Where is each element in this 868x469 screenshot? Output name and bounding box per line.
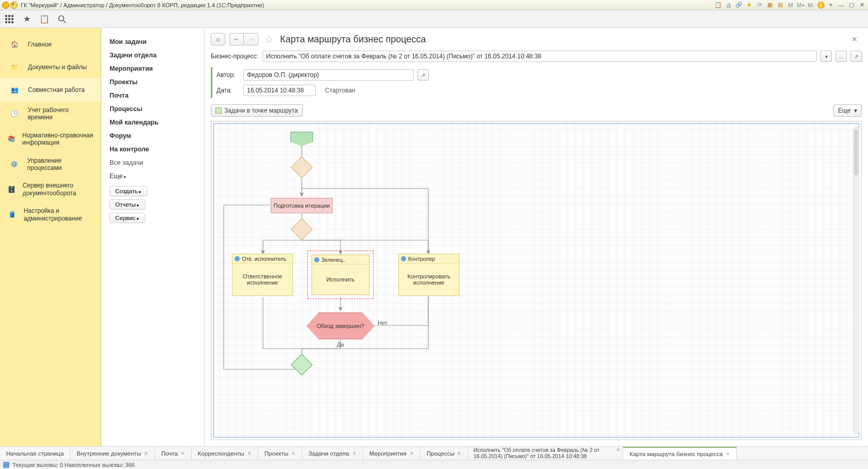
calc-icon[interactable]: ▤ [776,1,784,9]
apps-grid-icon[interactable] [4,14,14,24]
sidebar-item-label: Учет рабочего времени [28,106,95,121]
sidebar-item-label: Сервер внешнего документооборота [23,182,95,197]
bp-more-button[interactable]: … [835,51,847,62]
tab-events[interactable]: Мероприятия✕ [363,447,421,460]
nav-dept-tasks[interactable]: Задачи отдела [110,49,196,62]
titlebar-icon[interactable]: 📋 [714,1,722,9]
diagram-task-execute[interactable]: Зеленец.. Исполнить [312,255,369,295]
tab-projects[interactable]: Проекты✕ [258,447,302,460]
m-memory[interactable]: M [786,1,795,9]
sidebar-item-timesheet[interactable]: 🕒Учет рабочего времени [0,101,101,127]
window-minimize-icon[interactable] [837,1,845,9]
sidebar-item-reference[interactable]: 📚Нормативно-справочная информация [0,127,101,152]
svg-rect-0 [5,15,7,17]
back-button[interactable]: ← [229,33,244,45]
diagram-prep-node[interactable]: Подготовка итерации [271,198,333,213]
tab-processes[interactable]: Процессы✕ [421,447,469,460]
nav-more[interactable]: Еще [110,169,196,183]
link-icon[interactable]: 🔗 [735,1,743,9]
sidebar-item-collaboration[interactable]: 👥Совместная работа [0,79,101,101]
nav-my-tasks[interactable]: Мои задачи [110,35,196,49]
tab-close-icon[interactable]: ✕ [144,451,148,456]
sidebar-item-external[interactable]: 🗄️Сервер внешнего документооборота [0,177,101,202]
bp-open-button[interactable]: ↗ [850,51,862,62]
diagram-task-responsible[interactable]: Отв. исполнитель Ответственное исполнени… [232,254,293,296]
chip-reports[interactable]: Отчеты [110,199,145,210]
dropdown-icon[interactable]: ▾ [827,1,835,9]
nav-forum[interactable]: Форум [110,129,196,143]
content-header: ⌂ ← → ☆ Карта маршрута бизнес процесса ✕ [205,28,868,49]
sidebar-item-label: Главное [28,41,52,48]
star-icon[interactable]: ★ [22,14,32,24]
tab-dept-tasks[interactable]: Задачи отдела✕ [302,447,363,460]
home-icon: 🏠 [6,38,23,51]
chip-create[interactable]: Создать [110,186,147,196]
tab-close-icon[interactable]: ✕ [247,451,252,456]
bp-label: Бизнес-процесс: [211,53,258,60]
db-icon: 🛢️ [6,209,19,221]
nav-all-tasks[interactable]: Все задачи [110,156,196,169]
tab-close-icon[interactable]: ✕ [726,451,730,457]
tab-close-icon[interactable]: ✕ [291,451,296,456]
people-icon: 👥 [6,84,23,96]
tab-home[interactable]: Начальная страница [0,447,70,460]
tab-close-icon[interactable]: ✕ [181,451,185,456]
sidebar-item-main[interactable]: 🏠Главное [0,33,101,56]
forward-button[interactable]: → [244,33,258,45]
chip-service[interactable]: Сервис [110,213,145,223]
info-icon[interactable]: i [817,2,825,9]
sidebar-item-settings[interactable]: 🛢️Настройка и администрирование [0,202,101,227]
nav-on-control[interactable]: На контроле [110,143,196,156]
nav-processes[interactable]: Процессы [110,102,196,116]
window-maximize-icon[interactable] [847,1,856,9]
nav-events[interactable]: Мероприятия [110,62,196,75]
app-logo-icon [2,2,9,9]
bp-dropdown-button[interactable]: ▾ [820,51,832,62]
process-icon: ⚙️ [6,158,22,170]
route-tasks-button[interactable]: Задачи в точке маршрута [211,104,303,117]
diagram-decision-node[interactable]: Обход завершен? [306,312,375,339]
nav-mail[interactable]: Почта [110,89,196,102]
tab-label: Внутренние документы [76,450,141,457]
tab-close-icon[interactable]: ✕ [616,448,621,453]
tab-execute-process[interactable]: Исполнить "Об оплате счетов за Февраль (… [468,447,623,460]
author-field[interactable]: Федоров О.П. (директор) [243,69,414,81]
close-page-button[interactable]: ✕ [847,35,862,43]
sidebar-item-processes[interactable]: ⚙️Управление процессами [0,152,101,177]
m-minus[interactable]: M- [807,1,815,9]
diagram-canvas[interactable]: Подготовка итерации Отв. исполнитель Отв… [211,121,862,440]
home-button[interactable]: ⌂ [211,33,225,45]
m-plus[interactable]: M+ [797,1,805,9]
diagram-task-control[interactable]: Контролер Контролировать исполнение [398,254,459,296]
sidebar-item-documents[interactable]: 📁Документы и файлы [0,56,101,79]
refresh-icon[interactable]: ⟳ [755,1,764,9]
nav-projects[interactable]: Проекты [110,75,196,89]
clipboard-icon[interactable]: 📋 [39,14,50,24]
print-icon[interactable]: 🖨 [724,1,733,9]
tab-mail[interactable]: Почта✕ [155,447,192,460]
author-open-button[interactable]: ↗ [417,69,429,81]
calendar-icon[interactable]: ▦ [766,1,774,9]
nav-calendar[interactable]: Мой календарь [110,116,196,129]
favorite-toggle-icon[interactable]: ☆ [265,33,274,45]
tab-close-icon[interactable]: ✕ [352,451,357,456]
svg-rect-3 [5,18,7,20]
tab-label: Почта [161,450,178,457]
svg-line-10 [64,20,66,23]
more-menu-button[interactable]: Еще ▾ [833,104,862,117]
subsection-sidebar: Мои задачи Задачи отдела Мероприятия Про… [101,28,205,446]
window-close-icon[interactable] [858,1,866,9]
tab-documents[interactable]: Внутренние документы✕ [70,447,155,460]
search-icon[interactable] [57,14,67,24]
task-role: Контролер [408,256,435,262]
app-menu-dropdown-icon[interactable] [10,2,18,9]
tab-close-icon[interactable]: ✕ [410,451,414,456]
date-field[interactable]: 16.05.2014 10:48:38 [243,85,316,96]
svg-rect-2 [11,15,13,17]
tab-close-icon[interactable]: ✕ [457,451,461,456]
doc-icon [215,107,222,114]
tab-route-map[interactable]: Карта маршрута бизнес процесса✕ [623,447,736,460]
bp-field[interactable]: Исполнить "Об оплате счетов за Февраль (… [262,51,817,62]
favorite-icon[interactable]: ★ [745,1,753,9]
tab-correspondents[interactable]: Корреспонденты✕ [192,447,258,460]
